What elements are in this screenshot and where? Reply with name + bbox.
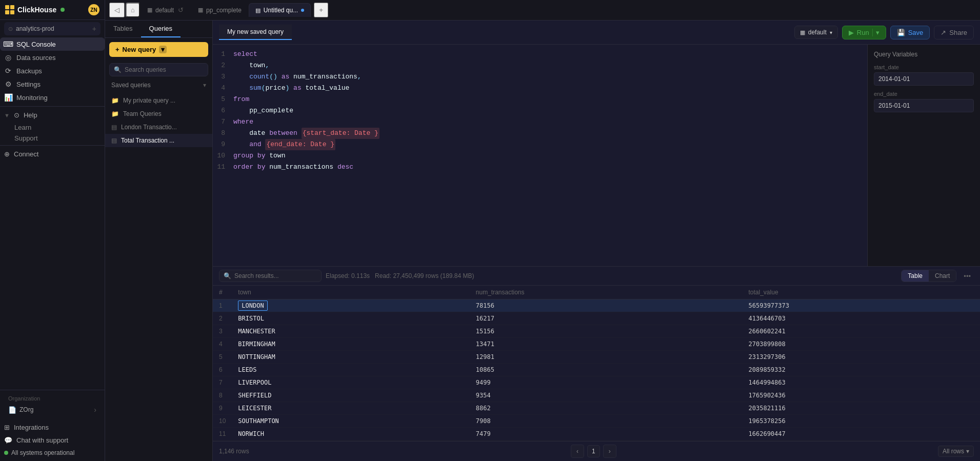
monitoring-icon: 📊 [4, 93, 12, 102]
online-status-dot [61, 8, 65, 12]
run-chevron-icon[interactable]: ▾ [872, 29, 879, 36]
start-date-input[interactable] [874, 72, 974, 86]
query-icon-untitled: ▤ [255, 7, 261, 14]
row-num-transactions: 13471 [470, 338, 743, 351]
user-avatar[interactable]: ZN [88, 4, 99, 15]
table-body: 1LONDON78156565939773732BRISTOL162174136… [213, 299, 980, 440]
row-town: LIVERPOOL [232, 376, 469, 389]
back-button[interactable]: ◁ [109, 3, 125, 17]
help-label: Help [24, 111, 37, 119]
save-label: Save [908, 29, 924, 36]
settings-icon: ⚙ [4, 80, 12, 88]
sidebar-item-connect[interactable]: ⊕ Connect [0, 148, 105, 161]
support-label: Support [14, 134, 38, 142]
sidebar-item-chat[interactable]: 💬 Chat with support [0, 434, 105, 447]
sidebar-item-learn[interactable]: Learn [0, 122, 105, 132]
editor-tab-label: My new saved query [227, 28, 284, 35]
table-row: 1LONDON7815656593977373 [213, 299, 980, 312]
row-town: LEEDS [232, 364, 469, 376]
add-tab-button[interactable]: + [314, 3, 328, 17]
sidebar-item-support[interactable]: Support [0, 132, 105, 143]
row-total-value: 1965378256 [743, 415, 980, 428]
code-line-11: order by num_transactions desc [233, 162, 867, 173]
row-num-transactions: 10865 [470, 364, 743, 376]
saved-queries-label: Saved queries [111, 82, 151, 89]
next-page-button[interactable]: › [603, 445, 616, 458]
add-workspace-icon[interactable]: + [92, 25, 96, 33]
tab-untitled[interactable]: ▤ Untitled qu... [249, 3, 311, 17]
close-tab-default[interactable]: ↺ [177, 6, 185, 14]
end-date-input[interactable] [874, 99, 974, 112]
home-button[interactable]: ⌂ [126, 3, 140, 17]
sidebar-item-help[interactable]: ▼ ⊙ Help [0, 109, 105, 122]
query-item-team[interactable]: 📁 Team Queries [105, 107, 212, 121]
query-item-total[interactable]: ▤ Total Transaction ... [105, 134, 212, 147]
code-line-8: date between {start_date: Date } [233, 128, 867, 139]
row-total-value: 4136446703 [743, 312, 980, 325]
results-search-container: 🔍 [219, 270, 322, 282]
prev-page-button[interactable]: ‹ [571, 445, 584, 458]
new-query-button[interactable]: + New query ▾ [109, 42, 208, 57]
table-row: 7LIVERPOOL94991464994863 [213, 376, 980, 389]
sidebar-item-backups[interactable]: ⟳ Backups [0, 64, 105, 77]
line-numbers: 12345 67891011 [213, 49, 229, 262]
table-row: 3MANCHESTER151562660602241 [213, 325, 980, 338]
org-name: ZOrg [19, 406, 33, 413]
row-num: 8 [213, 389, 232, 402]
col-num-transactions: num_transactions [470, 286, 743, 299]
query-item-private[interactable]: 📁 My private query ... [105, 94, 212, 107]
org-expand-icon[interactable]: › [94, 406, 96, 414]
code-editor[interactable]: 12345 67891011 select town, count() as n… [213, 45, 867, 266]
content-area: Tables Queries + New query ▾ 🔍 Saved que… [105, 21, 980, 461]
tab-default[interactable]: ▦ default ↺ [141, 3, 191, 17]
db-selector[interactable]: ▦ default ▾ [794, 26, 838, 39]
table-row: 9LEICESTER88622035821116 [213, 402, 980, 415]
sidebar-item-settings[interactable]: ⚙ Settings [0, 77, 105, 91]
results-table: # town num_transactions total_value 1LON… [213, 286, 980, 440]
sidebar-item-integrations[interactable]: ⊞ Integrations [0, 421, 105, 434]
row-num: 9 [213, 402, 232, 415]
chart-view-button[interactable]: Chart [929, 270, 956, 282]
sidebar-header: ClickHouse ZN [0, 0, 105, 20]
read-label: Read: 27,450,499 rows (189.84 MB) [375, 272, 474, 279]
share-button[interactable]: ↗ Share [934, 26, 974, 39]
search-results-input[interactable] [234, 272, 317, 279]
workspace-selector[interactable]: ⊙ analytics-prod + [4, 22, 101, 35]
variables-panel: Query Variables start_date end_date [867, 45, 980, 266]
editor-query-tab[interactable]: My new saved query [219, 25, 292, 40]
org-name-row[interactable]: 📄 ZOrg › [4, 404, 101, 416]
code-line-9: and {end_date: Date } [233, 139, 867, 150]
search-queries-input[interactable] [125, 66, 204, 73]
tabs-bar: ◁ ⌂ ▦ default ↺ ▦ pp_complete ▤ Untitled… [105, 0, 980, 21]
code-line-5: from [233, 94, 867, 105]
sidebar-item-data-sources[interactable]: ◎ Data sources [0, 51, 105, 64]
table-row: 11NORWICH74791662690447 [213, 428, 980, 440]
tab-pp-complete[interactable]: ▦ pp_complete [192, 4, 248, 17]
sidebar-item-sql-console[interactable]: ⌨ SQL Console [0, 37, 105, 51]
editor-area: My new saved query ▦ default ▾ ▶ Run ▾ 💾… [213, 21, 980, 461]
col-town: town [232, 286, 469, 299]
saved-queries-chevron-icon[interactable]: ▾ [203, 82, 206, 89]
run-button[interactable]: ▶ Run ▾ [842, 26, 886, 39]
save-button[interactable]: 💾 Save [890, 26, 930, 39]
tab-queries[interactable]: Queries [141, 21, 181, 37]
table-view-button[interactable]: Table [902, 270, 929, 282]
query-item-london[interactable]: ▤ London Transactio... [105, 121, 212, 134]
rows-per-page-selector[interactable]: All rows ▾ [938, 446, 974, 457]
share-label: Share [949, 29, 967, 36]
row-total-value: 2089859332 [743, 364, 980, 376]
current-page[interactable]: 1 [587, 445, 600, 457]
tab-default-label: default [155, 7, 174, 14]
tab-tables[interactable]: Tables [105, 21, 141, 37]
table-header: # town num_transactions total_value [213, 286, 980, 299]
new-query-chevron-icon[interactable]: ▾ [159, 46, 167, 53]
row-total-value: 1765902436 [743, 389, 980, 402]
sidebar-bottom-items: ⊞ Integrations 💬 Chat with support All s… [0, 419, 105, 461]
learn-label: Learn [14, 124, 31, 131]
row-num-transactions: 78156 [470, 299, 743, 312]
db-icon-default: ▦ [147, 7, 152, 13]
folder-icon: 📁 [111, 97, 119, 104]
view-more-button[interactable]: ••• [961, 270, 974, 282]
row-num: 1 [213, 299, 232, 312]
sidebar-item-monitoring[interactable]: 📊 Monitoring [0, 91, 105, 104]
